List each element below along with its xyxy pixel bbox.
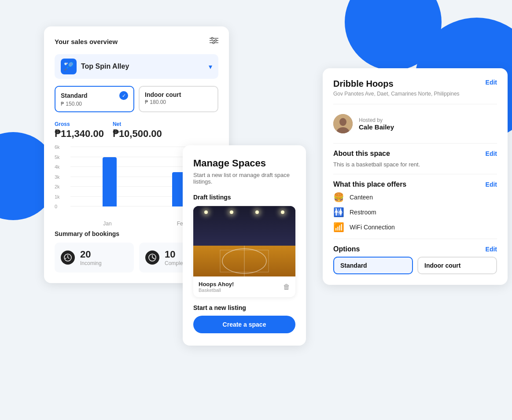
restroom-icon: 🚻 — [333, 207, 344, 217]
host-name: Cale Bailey — [359, 123, 394, 131]
canteen-label: Canteen — [350, 194, 373, 201]
sales-title: Your sales overview — [55, 38, 118, 45]
amenities-list: 🍔 Canteen 🚻 Restroom 📶 WiFi Connection — [333, 192, 497, 232]
venue-detail-name: Dribble Hoops — [333, 79, 394, 89]
bar-jan-fill — [103, 157, 117, 206]
svg-point-4 — [215, 40, 217, 41]
amenity-wifi: 📶 WiFi Connection — [333, 222, 497, 232]
incoming-icon — [61, 251, 75, 265]
option-detail-indoor-label: Indoor court — [424, 262, 460, 269]
restroom-label: Restroom — [350, 209, 376, 216]
options-detail-row: Standard Indoor court — [333, 257, 497, 274]
host-avatar — [333, 114, 353, 133]
incoming-count: 20 — [80, 249, 102, 260]
options-tabs-row: Standard ✓ ₱ 150.00 Indoor court ₱ 180.0… — [55, 86, 218, 112]
option-detail-indoor[interactable]: Indoor court — [417, 257, 497, 274]
about-title: About this space — [333, 150, 390, 158]
about-text: This is a basketball space for rent. — [333, 161, 497, 168]
options-title: Options — [333, 245, 360, 253]
gross-label: Gross — [55, 121, 104, 127]
option-tab-indoor[interactable]: Indoor court ₱ 180.00 — [139, 86, 218, 112]
venue-detail-card: Dribble Hoops Edit Gov Panotes Ave, Daet… — [323, 68, 508, 285]
host-label: Hosted by — [359, 117, 394, 123]
filter-icon[interactable] — [210, 37, 218, 46]
manage-title: Manage Spaces — [193, 158, 295, 169]
edit-options-button[interactable]: Edit — [486, 246, 497, 253]
draft-section-label: Draft listings — [193, 194, 295, 201]
net-label: Net — [113, 121, 162, 127]
svg-point-12 — [339, 118, 346, 126]
divider-4 — [333, 239, 497, 239]
edit-offers-button[interactable]: Edit — [486, 181, 497, 188]
option-indoor-name: Indoor court — [145, 91, 212, 98]
venue-left: 🏸 Top Spin Alley — [61, 59, 129, 74]
option-detail-standard-label: Standard — [340, 262, 367, 269]
host-row: Hosted by Cale Bailey — [333, 111, 497, 137]
option-tab-standard[interactable]: Standard ✓ ₱ 150.00 — [55, 86, 134, 112]
venue-detail-address: Gov Panotes Ave, Daet, Camarines Norte, … — [333, 91, 497, 97]
court-floor — [193, 246, 295, 276]
canteen-icon: 🍔 — [333, 192, 344, 203]
wifi-label: WiFi Connection — [350, 224, 395, 231]
venue-name: Top Spin Alley — [81, 63, 129, 70]
draft-listing-card: Hoops Ahoy! Basketball 🗑 — [193, 206, 295, 297]
draft-name: Hoops Ahoy! — [199, 281, 234, 287]
svg-point-3 — [211, 37, 213, 39]
option-standard-price: ₱ 150.00 — [61, 101, 128, 107]
edit-venue-button[interactable]: Edit — [486, 79, 497, 86]
court-light — [230, 210, 233, 214]
completed-icon — [145, 251, 159, 265]
gross-value: ₱11,340.00 — [55, 128, 104, 140]
offers-section-header: What this place offers Edit — [333, 181, 497, 188]
delete-draft-icon[interactable]: 🗑 — [283, 283, 290, 291]
incoming-label: Incoming — [80, 260, 102, 266]
create-space-button[interactable]: Create a space — [193, 316, 295, 333]
option-detail-standard[interactable]: Standard — [333, 257, 413, 274]
gross-block: Gross ₱11,340.00 — [55, 121, 104, 140]
revenue-row: Gross ₱11,340.00 Net ₱10,500.00 — [55, 121, 218, 140]
bar-jan — [84, 157, 136, 206]
incoming-box: 20 Incoming — [55, 243, 134, 273]
venue-selector[interactable]: 🏸 Top Spin Alley ▾ — [55, 54, 218, 79]
options-section-header: Options Edit — [333, 245, 497, 253]
venue-icon: 🏸 — [61, 59, 77, 74]
draft-listing-image — [193, 206, 295, 276]
manage-spaces-card: Manage Spaces Start a new list or manage… — [183, 145, 306, 346]
amenity-restroom: 🚻 Restroom — [333, 207, 497, 217]
divider-2 — [333, 143, 497, 144]
manage-subtitle: Start a new list or manage draft space l… — [193, 172, 295, 185]
option-standard-name: Standard — [61, 92, 88, 99]
chart-label-jan: Jan — [70, 221, 144, 227]
court-light — [281, 210, 284, 214]
offers-title: What this place offers — [333, 181, 406, 188]
venue-detail-header: Dribble Hoops Edit — [333, 79, 497, 89]
divider — [333, 104, 497, 104]
svg-point-5 — [213, 42, 214, 44]
net-value: ₱10,500.00 — [113, 128, 162, 140]
court-light — [255, 210, 259, 214]
about-section-header: About this space Edit — [333, 150, 497, 158]
check-icon: ✓ — [119, 91, 128, 100]
edit-about-button[interactable]: Edit — [486, 150, 497, 157]
wifi-icon: 📶 — [333, 222, 344, 232]
net-block: Net ₱10,500.00 — [113, 121, 162, 140]
amenity-canteen: 🍔 Canteen — [333, 192, 497, 203]
draft-info-row: Hoops Ahoy! Basketball 🗑 — [193, 276, 295, 297]
court-lights — [193, 210, 295, 214]
new-listing-label: Start a new listing — [193, 304, 295, 311]
chevron-down-icon: ▾ — [209, 63, 212, 71]
option-indoor-price: ₱ 180.00 — [145, 99, 212, 105]
divider-3 — [333, 174, 497, 174]
court-light — [204, 210, 208, 214]
draft-category: Basketball — [199, 287, 234, 293]
